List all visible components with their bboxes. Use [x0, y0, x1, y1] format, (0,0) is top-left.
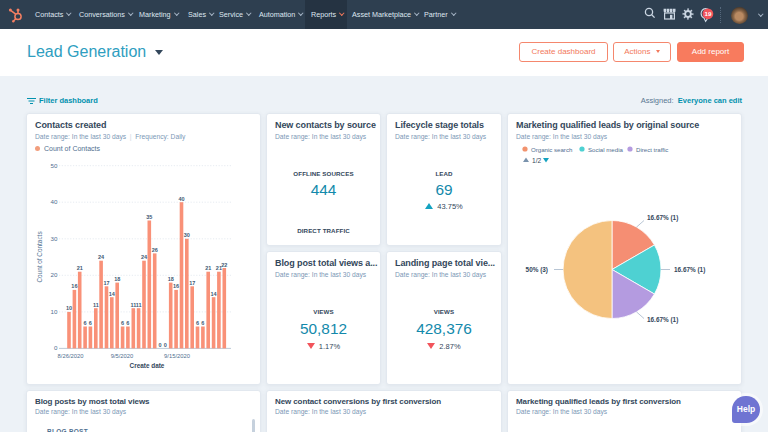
svg-text:11: 11 — [136, 302, 142, 308]
svg-text:50: 50 — [51, 162, 58, 169]
svg-text:11: 11 — [93, 302, 99, 308]
svg-text:17: 17 — [103, 280, 109, 286]
svg-text:8/26/2020: 8/26/2020 — [58, 353, 84, 359]
svg-text:6: 6 — [201, 320, 204, 326]
svg-text:24: 24 — [98, 254, 105, 260]
svg-text:21: 21 — [205, 265, 211, 271]
svg-text:30: 30 — [51, 235, 58, 242]
svg-text:Organic search: Organic search — [531, 146, 572, 153]
svg-text:24: 24 — [141, 254, 148, 260]
svg-text:Create date: Create date — [130, 362, 165, 369]
svg-text:16: 16 — [71, 283, 77, 289]
svg-text:9/5/2020: 9/5/2020 — [111, 353, 134, 359]
svg-text:40: 40 — [51, 198, 58, 205]
svg-text:22: 22 — [221, 262, 227, 268]
svg-text:14: 14 — [109, 291, 116, 297]
svg-text:Count of Contacts: Count of Contacts — [36, 231, 43, 282]
svg-text:Social media: Social media — [588, 146, 623, 153]
svg-text:9/15/2020: 9/15/2020 — [164, 353, 190, 359]
svg-text:35: 35 — [146, 214, 152, 220]
svg-text:21: 21 — [77, 265, 83, 271]
svg-text:30: 30 — [184, 232, 190, 238]
svg-text:18: 18 — [114, 276, 120, 282]
svg-text:16: 16 — [173, 283, 179, 289]
svg-text:18: 18 — [168, 276, 174, 282]
svg-text:20: 20 — [51, 271, 58, 278]
svg-text:6: 6 — [84, 320, 87, 326]
svg-text:50% (3): 50% (3) — [526, 266, 548, 274]
svg-text:17: 17 — [189, 280, 195, 286]
svg-text:6: 6 — [89, 320, 92, 326]
svg-text:16.67% (1): 16.67% (1) — [647, 316, 678, 324]
svg-text:0: 0 — [158, 342, 161, 348]
svg-text:10: 10 — [66, 305, 72, 311]
svg-text:14: 14 — [211, 291, 218, 297]
svg-text:0: 0 — [54, 344, 58, 351]
svg-text:Direct traffic: Direct traffic — [636, 146, 668, 153]
svg-text:19: 19 — [704, 10, 711, 17]
svg-text:0: 0 — [164, 342, 167, 348]
svg-text:16.67% (1): 16.67% (1) — [674, 266, 705, 274]
svg-text:40: 40 — [178, 196, 184, 202]
svg-text:6: 6 — [121, 320, 124, 326]
svg-text:1/2: 1/2 — [532, 157, 541, 164]
svg-text:10: 10 — [51, 308, 58, 315]
svg-text:26: 26 — [152, 247, 158, 253]
svg-text:6: 6 — [126, 320, 129, 326]
svg-text:6: 6 — [196, 320, 199, 326]
svg-text:16.67% (1): 16.67% (1) — [647, 214, 678, 222]
